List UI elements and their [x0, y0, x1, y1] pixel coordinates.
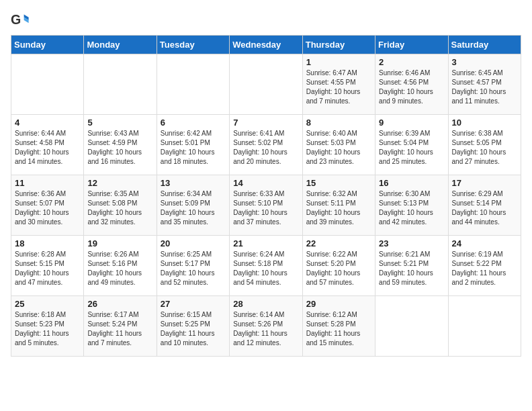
day-number: 7 — [233, 118, 298, 128]
day-cell: 7Sunrise: 6:41 AM Sunset: 5:02 PM Daylig… — [230, 115, 302, 175]
day-info: Sunrise: 6:41 AM Sunset: 5:02 PM Dayligh… — [233, 129, 298, 167]
day-number: 29 — [306, 299, 371, 309]
day-number: 13 — [161, 178, 226, 188]
day-info: Sunrise: 6:24 AM Sunset: 5:18 PM Dayligh… — [233, 250, 298, 287]
day-cell: 2Sunrise: 6:46 AM Sunset: 4:56 PM Daylig… — [375, 54, 448, 115]
day-cell: 16Sunrise: 6:30 AM Sunset: 5:13 PM Dayli… — [375, 175, 448, 236]
day-number: 14 — [233, 178, 298, 188]
day-cell: 9Sunrise: 6:39 AM Sunset: 5:04 PM Daylig… — [375, 115, 448, 175]
day-cell: 1Sunrise: 6:47 AM Sunset: 4:55 PM Daylig… — [302, 54, 375, 115]
day-info: Sunrise: 6:35 AM Sunset: 5:08 PM Dayligh… — [87, 189, 152, 227]
day-info: Sunrise: 6:42 AM Sunset: 5:01 PM Dayligh… — [161, 129, 226, 167]
day-cell: 19Sunrise: 6:26 AM Sunset: 5:16 PM Dayli… — [84, 236, 157, 296]
day-info: Sunrise: 6:30 AM Sunset: 5:13 PM Dayligh… — [379, 189, 444, 227]
day-info: Sunrise: 6:17 AM Sunset: 5:24 PM Dayligh… — [87, 310, 152, 348]
day-cell: 10Sunrise: 6:38 AM Sunset: 5:05 PM Dayli… — [448, 115, 521, 175]
day-info: Sunrise: 6:47 AM Sunset: 4:55 PM Dayligh… — [306, 68, 371, 106]
day-info: Sunrise: 6:40 AM Sunset: 5:03 PM Dayligh… — [306, 129, 371, 167]
day-number: 12 — [87, 178, 152, 188]
calendar-body: 1Sunrise: 6:47 AM Sunset: 4:55 PM Daylig… — [11, 54, 521, 357]
logo-icon: G — [11, 11, 30, 30]
header-cell-wednesday: Wednesday — [230, 36, 302, 54]
day-cell: 25Sunrise: 6:18 AM Sunset: 5:23 PM Dayli… — [11, 296, 84, 357]
day-number: 1 — [306, 57, 371, 67]
day-info: Sunrise: 6:38 AM Sunset: 5:05 PM Dayligh… — [452, 129, 517, 167]
day-cell — [230, 54, 302, 115]
week-row-4: 25Sunrise: 6:18 AM Sunset: 5:23 PM Dayli… — [11, 296, 521, 357]
header-cell-tuesday: Tuesday — [157, 36, 229, 54]
day-info: Sunrise: 6:21 AM Sunset: 5:21 PM Dayligh… — [379, 250, 444, 287]
day-cell: 29Sunrise: 6:12 AM Sunset: 5:28 PM Dayli… — [302, 296, 375, 357]
day-cell: 15Sunrise: 6:32 AM Sunset: 5:11 PM Dayli… — [302, 175, 375, 236]
header-cell-monday: Monday — [84, 36, 157, 54]
day-cell — [448, 296, 521, 357]
page-header: G — [11, 11, 521, 30]
day-info: Sunrise: 6:29 AM Sunset: 5:14 PM Dayligh… — [452, 189, 517, 227]
day-cell: 8Sunrise: 6:40 AM Sunset: 5:03 PM Daylig… — [302, 115, 375, 175]
day-number: 21 — [233, 238, 298, 248]
logo: G — [11, 11, 32, 30]
day-cell: 4Sunrise: 6:44 AM Sunset: 4:58 PM Daylig… — [11, 115, 84, 175]
day-cell — [157, 54, 229, 115]
day-cell: 27Sunrise: 6:15 AM Sunset: 5:25 PM Dayli… — [157, 296, 229, 357]
day-info: Sunrise: 6:33 AM Sunset: 5:10 PM Dayligh… — [233, 189, 298, 227]
day-info: Sunrise: 6:26 AM Sunset: 5:16 PM Dayligh… — [87, 250, 152, 287]
day-cell: 24Sunrise: 6:19 AM Sunset: 5:22 PM Dayli… — [448, 236, 521, 296]
day-info: Sunrise: 6:28 AM Sunset: 5:15 PM Dayligh… — [15, 250, 80, 287]
day-info: Sunrise: 6:45 AM Sunset: 4:57 PM Dayligh… — [452, 68, 517, 106]
day-info: Sunrise: 6:46 AM Sunset: 4:56 PM Dayligh… — [379, 68, 444, 106]
day-cell — [375, 296, 448, 357]
day-number: 19 — [87, 238, 152, 248]
day-number: 22 — [306, 238, 371, 248]
day-cell — [11, 54, 84, 115]
day-info: Sunrise: 6:39 AM Sunset: 5:04 PM Dayligh… — [379, 129, 444, 167]
day-info: Sunrise: 6:22 AM Sunset: 5:20 PM Dayligh… — [306, 250, 371, 287]
day-cell: 6Sunrise: 6:42 AM Sunset: 5:01 PM Daylig… — [157, 115, 229, 175]
day-info: Sunrise: 6:34 AM Sunset: 5:09 PM Dayligh… — [161, 189, 226, 227]
day-info: Sunrise: 6:12 AM Sunset: 5:28 PM Dayligh… — [306, 310, 371, 348]
day-number: 28 — [233, 299, 298, 309]
day-info: Sunrise: 6:43 AM Sunset: 4:59 PM Dayligh… — [87, 129, 152, 167]
day-number: 3 — [452, 57, 517, 67]
day-info: Sunrise: 6:19 AM Sunset: 5:22 PM Dayligh… — [452, 250, 517, 287]
day-number: 9 — [379, 118, 444, 128]
day-info: Sunrise: 6:18 AM Sunset: 5:23 PM Dayligh… — [15, 310, 80, 348]
day-number: 11 — [15, 178, 80, 188]
header-cell-sunday: Sunday — [11, 36, 84, 54]
day-cell: 12Sunrise: 6:35 AM Sunset: 5:08 PM Dayli… — [84, 175, 157, 236]
calendar-header: SundayMondayTuesdayWednesdayThursdayFrid… — [11, 36, 521, 54]
day-cell — [84, 54, 157, 115]
day-info: Sunrise: 6:44 AM Sunset: 4:58 PM Dayligh… — [15, 129, 80, 167]
calendar-table: SundayMondayTuesdayWednesdayThursdayFrid… — [11, 35, 521, 357]
day-number: 4 — [15, 118, 80, 128]
week-row-0: 1Sunrise: 6:47 AM Sunset: 4:55 PM Daylig… — [11, 54, 521, 115]
day-number: 17 — [452, 178, 517, 188]
header-cell-friday: Friday — [375, 36, 448, 54]
day-info: Sunrise: 6:14 AM Sunset: 5:26 PM Dayligh… — [233, 310, 298, 348]
day-number: 8 — [306, 118, 371, 128]
day-cell: 26Sunrise: 6:17 AM Sunset: 5:24 PM Dayli… — [84, 296, 157, 357]
day-cell: 20Sunrise: 6:25 AM Sunset: 5:17 PM Dayli… — [157, 236, 229, 296]
day-number: 27 — [161, 299, 226, 309]
day-info: Sunrise: 6:32 AM Sunset: 5:11 PM Dayligh… — [306, 189, 371, 227]
day-number: 6 — [161, 118, 226, 128]
day-cell: 11Sunrise: 6:36 AM Sunset: 5:07 PM Dayli… — [11, 175, 84, 236]
day-cell: 28Sunrise: 6:14 AM Sunset: 5:26 PM Dayli… — [230, 296, 302, 357]
day-number: 26 — [87, 299, 152, 309]
day-number: 20 — [161, 238, 226, 248]
day-cell: 23Sunrise: 6:21 AM Sunset: 5:21 PM Dayli… — [375, 236, 448, 296]
day-cell: 13Sunrise: 6:34 AM Sunset: 5:09 PM Dayli… — [157, 175, 229, 236]
day-number: 2 — [379, 57, 444, 67]
day-number: 5 — [87, 118, 152, 128]
day-cell: 22Sunrise: 6:22 AM Sunset: 5:20 PM Dayli… — [302, 236, 375, 296]
day-cell: 21Sunrise: 6:24 AM Sunset: 5:18 PM Dayli… — [230, 236, 302, 296]
day-info: Sunrise: 6:36 AM Sunset: 5:07 PM Dayligh… — [15, 189, 80, 227]
svg-text:G: G — [11, 12, 21, 27]
header-row: SundayMondayTuesdayWednesdayThursdayFrid… — [11, 36, 521, 54]
day-cell: 5Sunrise: 6:43 AM Sunset: 4:59 PM Daylig… — [84, 115, 157, 175]
week-row-2: 11Sunrise: 6:36 AM Sunset: 5:07 PM Dayli… — [11, 175, 521, 236]
day-number: 24 — [452, 238, 517, 248]
day-info: Sunrise: 6:25 AM Sunset: 5:17 PM Dayligh… — [161, 250, 226, 287]
week-row-1: 4Sunrise: 6:44 AM Sunset: 4:58 PM Daylig… — [11, 115, 521, 175]
day-number: 23 — [379, 238, 444, 248]
